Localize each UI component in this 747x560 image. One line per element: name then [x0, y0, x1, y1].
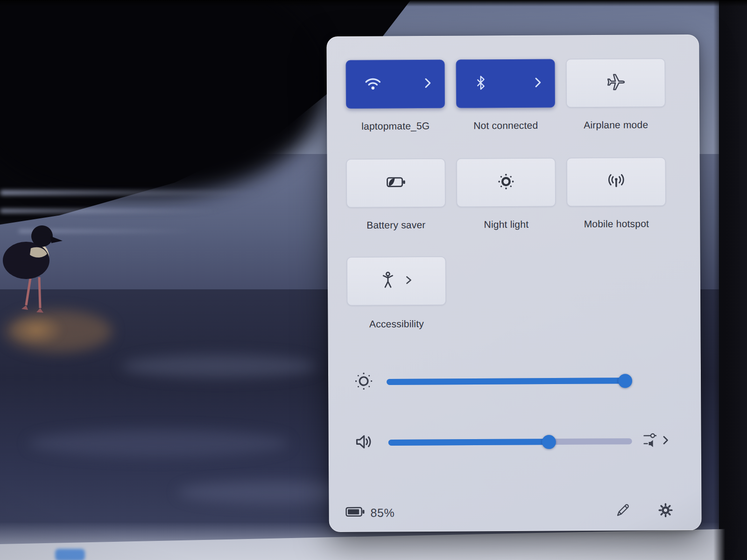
sound-output-chevron-icon	[662, 433, 670, 449]
wifi-expand-chevron-icon[interactable]	[423, 76, 433, 92]
accessibility-label: Accessibility	[347, 318, 446, 330]
battery-saver-label: Battery saver	[346, 219, 445, 231]
brightness-icon	[353, 371, 374, 394]
laptop-bezel	[713, 0, 747, 560]
battery-percent-label: 85%	[370, 506, 395, 519]
wifi-button[interactable]	[345, 60, 445, 109]
brightness-row	[329, 365, 701, 397]
seagull-reflection	[8, 314, 64, 346]
airplane-icon	[606, 72, 626, 94]
wallpaper-reflection	[121, 355, 317, 378]
settings-button[interactable]	[656, 502, 675, 520]
battery-status[interactable]: 85%	[345, 505, 395, 520]
wifi-icon	[364, 75, 382, 93]
bluetooth-expand-chevron-icon[interactable]	[533, 76, 543, 91]
wallpaper-reflection	[28, 429, 289, 457]
battery-saver-button[interactable]	[346, 159, 446, 208]
brightness-slider[interactable]	[387, 378, 626, 385]
sound-output-mixer-icon	[643, 431, 659, 451]
photographed-laptop-screen: laptopmate_5G Not connected	[0, 0, 747, 560]
seagull-image	[2, 216, 72, 323]
airplane-mode-label: Airplane mode	[566, 119, 665, 131]
accessibility-expand-chevron-icon[interactable]	[404, 273, 413, 288]
taskbar-icon-glimpse	[55, 549, 85, 560]
accessibility-button[interactable]	[347, 257, 446, 306]
gear-icon	[657, 502, 674, 520]
bluetooth-label: Not connected	[456, 120, 555, 132]
volume-row	[329, 426, 702, 458]
bluetooth-button[interactable]	[456, 59, 555, 108]
mobile-hotspot-icon	[606, 171, 627, 193]
accessibility-icon	[380, 271, 396, 291]
battery-icon	[345, 505, 366, 520]
sound-output-button[interactable]	[643, 431, 670, 451]
mobile-hotspot-button[interactable]	[567, 157, 666, 206]
night-light-icon	[496, 172, 516, 193]
night-light-button[interactable]	[457, 158, 556, 207]
battery-saver-icon	[384, 174, 408, 192]
wifi-label: laptopmate_5G	[346, 120, 445, 132]
panel-footer: 85%	[345, 496, 675, 528]
pencil-icon	[614, 503, 630, 520]
airplane-mode-button[interactable]	[566, 58, 665, 107]
quick-settings-panel: laptopmate_5G Not connected	[326, 35, 702, 532]
brightness-slider-fill	[387, 378, 626, 385]
volume-icon[interactable]	[353, 431, 375, 455]
edit-quick-settings-button[interactable]	[613, 502, 632, 521]
night-light-label: Night light	[457, 219, 556, 231]
volume-slider-fill	[388, 439, 550, 446]
volume-slider[interactable]	[388, 438, 632, 446]
wallpaper-water-streak	[0, 209, 219, 213]
bluetooth-icon	[474, 74, 488, 93]
mobile-hotspot-label: Mobile hotspot	[567, 218, 666, 230]
brightness-slider-thumb[interactable]	[618, 374, 632, 388]
wallpaper-water-streak	[0, 190, 261, 195]
laptop-bezel-top	[0, 0, 747, 7]
volume-slider-thumb[interactable]	[542, 435, 556, 449]
